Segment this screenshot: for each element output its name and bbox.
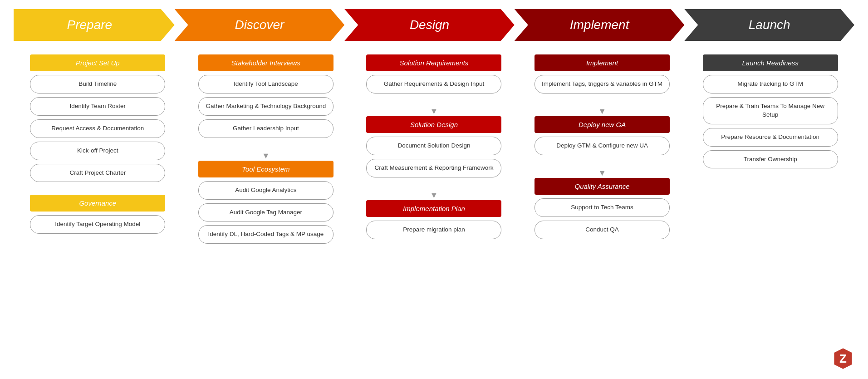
task-prepare-train: Prepare & Train Teams To Manage New Setu… bbox=[703, 97, 838, 124]
task-prepare-migration: Prepare migration plan bbox=[366, 221, 501, 239]
task-craft-charter: Craft Project Charter bbox=[30, 164, 165, 182]
subheader-governance: Governance bbox=[30, 195, 165, 212]
task-audit-gtm: Audit Google Tag Manager bbox=[198, 203, 333, 222]
phase-implement: Implement bbox=[515, 9, 685, 41]
task-conduct-qa: Conduct QA bbox=[535, 221, 670, 239]
subheader-solution-requirements: Solution Requirements bbox=[366, 54, 501, 71]
task-craft-measurement: Craft Measurement & Reporting Framework bbox=[366, 159, 501, 177]
task-identify-operating-model: Identify Target Operating Model bbox=[30, 215, 165, 234]
subheader-project-setup: Project Set Up bbox=[30, 54, 165, 71]
arrow-design-1: ▼ bbox=[430, 107, 438, 115]
arrow-implement-2: ▼ bbox=[598, 169, 606, 177]
task-support-tech: Support to Tech Teams bbox=[535, 198, 670, 217]
phase-discover: Discover bbox=[175, 9, 345, 41]
task-gather-requirements: Gather Requirements & Design Input bbox=[366, 75, 501, 94]
section-implement: Implement Implement Tags, triggers & var… bbox=[523, 54, 682, 97]
phases-row: Prepare Discover Design Implement Launch bbox=[14, 9, 854, 41]
task-gather-leadership: Gather Leadership Input bbox=[198, 119, 333, 138]
subheader-implement: Implement bbox=[535, 54, 670, 71]
task-kickoff: Kick-off Project bbox=[30, 142, 165, 160]
section-deploy-ga: Deploy new GA Deploy GTM & Configure new… bbox=[523, 116, 682, 159]
task-transfer-ownership: Transfer Ownership bbox=[703, 150, 838, 169]
task-prepare-resource: Prepare Resource & Documentation bbox=[703, 128, 838, 147]
subheader-stakeholder: Stakeholder Interviews bbox=[198, 54, 333, 71]
task-request-access: Request Access & Documentation bbox=[30, 119, 165, 138]
task-identify-team-roster: Identify Team Roster bbox=[30, 97, 165, 116]
section-project-setup: Project Set Up Build Timeline Identify T… bbox=[18, 54, 177, 186]
column-implement: Implement Implement Tags, triggers & var… bbox=[518, 54, 687, 252]
content-row: Project Set Up Build Timeline Identify T… bbox=[14, 54, 854, 256]
logo: Z bbox=[832, 347, 854, 370]
section-solution-requirements: Solution Requirements Gather Requirement… bbox=[354, 54, 514, 97]
task-implement-tags: Implement Tags, triggers & variables in … bbox=[535, 75, 670, 94]
task-audit-ga: Audit Google Analytics bbox=[198, 181, 333, 200]
subheader-implementation-plan: Implementation Plan bbox=[366, 200, 501, 217]
subheader-launch-readiness: Launch Readiness bbox=[703, 54, 838, 71]
phase-prepare: Prepare bbox=[14, 9, 175, 41]
column-design: Solution Requirements Gather Requirement… bbox=[350, 54, 518, 252]
page: Prepare Discover Design Implement Launch… bbox=[0, 0, 868, 379]
task-build-timeline: Build Timeline bbox=[30, 75, 165, 94]
subheader-solution-design: Solution Design bbox=[366, 116, 501, 133]
section-tool-ecosystem: Tool Ecosystem Audit Google Analytics Au… bbox=[186, 161, 346, 248]
arrow-design-2: ▼ bbox=[430, 191, 438, 199]
task-gather-marketing: Gather Marketing & Technology Background bbox=[198, 97, 333, 116]
arrow-discover-1: ▼ bbox=[262, 152, 270, 160]
section-launch-readiness: Launch Readiness Migrate tracking to GTM… bbox=[691, 54, 850, 172]
column-launch: Launch Readiness Migrate tracking to GTM… bbox=[686, 54, 854, 181]
task-identify-dl: Identify DL, Hard-Coded Tags & MP usage bbox=[198, 225, 333, 244]
subheader-deploy-ga: Deploy new GA bbox=[535, 116, 670, 133]
arrow-implement-1: ▼ bbox=[598, 107, 606, 115]
subheader-tool-ecosystem: Tool Ecosystem bbox=[198, 161, 333, 177]
task-identify-tool-landscape: Identify Tool Landscape bbox=[198, 75, 333, 94]
subheader-qa: Quality Assurance bbox=[535, 178, 670, 195]
column-prepare: Project Set Up Build Timeline Identify T… bbox=[14, 54, 182, 246]
section-solution-design: Solution Design Document Solution Design… bbox=[354, 116, 514, 181]
column-discover: Stakeholder Interviews Identify Tool Lan… bbox=[182, 54, 350, 256]
section-implementation-plan: Implementation Plan Prepare migration pl… bbox=[354, 200, 514, 243]
phase-launch: Launch bbox=[684, 9, 854, 41]
phase-design: Design bbox=[344, 9, 515, 41]
svg-text:Z: Z bbox=[839, 352, 847, 365]
task-migrate-tracking: Migrate tracking to GTM bbox=[703, 75, 838, 94]
task-deploy-gtm: Deploy GTM & Configure new UA bbox=[535, 137, 670, 155]
section-governance: Governance Identify Target Operating Mod… bbox=[18, 195, 177, 237]
section-qa: Quality Assurance Support to Tech Teams … bbox=[523, 178, 682, 243]
task-document-solution: Document Solution Design bbox=[366, 137, 501, 155]
section-stakeholder: Stakeholder Interviews Identify Tool Lan… bbox=[186, 54, 346, 142]
